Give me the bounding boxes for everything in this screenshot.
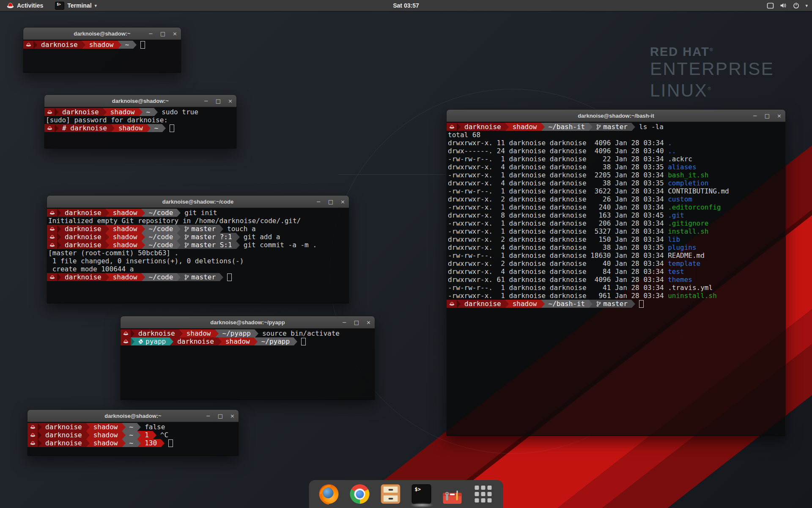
prompt-segment-text: shadow bbox=[93, 439, 118, 447]
minimize-button[interactable]: − bbox=[753, 113, 757, 119]
powerline-arrow bbox=[86, 423, 90, 431]
maximize-button[interactable]: □ bbox=[218, 413, 223, 419]
toolbox-icon[interactable] bbox=[443, 484, 462, 504]
terminal-window-bashit[interactable]: darknoise@shadow:~/bash-it − □ × darknoi… bbox=[446, 109, 786, 436]
prompt-segment-text: darknoise bbox=[65, 241, 102, 249]
prompt-segment-text: shadow bbox=[93, 431, 118, 439]
prompt-segment-path: ~ bbox=[126, 423, 137, 431]
clock-label[interactable]: Sat 03:57 bbox=[393, 2, 419, 9]
prompt-segment-text: ~/code bbox=[149, 225, 173, 233]
terminal-window-sudo[interactable]: darknoise@shadow:~ − □ × darknoiseshadow… bbox=[44, 94, 237, 148]
firefox-icon[interactable] bbox=[319, 484, 339, 504]
terminal-line: darknoiseshadow~/pyappsource bin/activat… bbox=[121, 329, 375, 337]
close-button[interactable]: × bbox=[366, 320, 371, 325]
prompt-segment-git: master bbox=[593, 123, 631, 131]
chrome-icon[interactable] bbox=[350, 484, 370, 504]
window-titlebar[interactable]: darknoise@shadow:~/code − □ × bbox=[47, 196, 349, 208]
terminal-line: total 68 bbox=[447, 131, 785, 139]
file-name: . bbox=[668, 139, 672, 147]
terminal-content[interactable]: darknoiseshadow~/bash-itmasterls -latota… bbox=[447, 122, 785, 436]
file-name: aliases bbox=[668, 163, 696, 171]
window-titlebar[interactable]: darknoise@shadow:~/bash-it − □ × bbox=[447, 110, 785, 122]
powerline-arrow bbox=[122, 423, 126, 431]
powerline-arrow bbox=[505, 300, 509, 308]
prompt-segment-text: darknoise bbox=[65, 209, 102, 217]
window-titlebar[interactable]: darknoise@shadow:~ − □ × bbox=[27, 410, 239, 422]
maximize-button[interactable]: □ bbox=[216, 98, 221, 104]
powerline-arrow bbox=[631, 123, 635, 131]
prompt-segment-git: master bbox=[181, 273, 219, 281]
close-button[interactable]: × bbox=[340, 199, 345, 204]
powerline-arrow bbox=[170, 337, 173, 345]
git-branch-icon bbox=[596, 301, 601, 307]
terminal-content[interactable]: darknoiseshadow~sudo true[sudo] password… bbox=[44, 107, 236, 149]
window-titlebar[interactable]: darknoise@shadow:~/pyapp − □ × bbox=[121, 316, 375, 329]
terminal-content[interactable]: darknoiseshadow~ bbox=[23, 40, 181, 73]
terminal-window-home-1[interactable]: darknoise@shadow:~ − □ × darknoiseshadow… bbox=[23, 27, 181, 72]
prompt-segment-host: shadow bbox=[109, 233, 141, 241]
prompt-segment-text: shadow bbox=[110, 108, 135, 116]
file-name: themes bbox=[668, 276, 692, 284]
redhat-icon bbox=[123, 331, 129, 336]
app-menu-terminal[interactable]: $> Terminal ▾ bbox=[51, 0, 101, 11]
file-name: custom bbox=[668, 195, 692, 203]
prompt-segment-icon bbox=[27, 431, 38, 439]
prompt-segment-icon bbox=[447, 123, 457, 131]
minimize-button[interactable]: − bbox=[148, 31, 153, 36]
maximize-button[interactable]: □ bbox=[328, 199, 333, 204]
files-icon[interactable] bbox=[381, 484, 401, 504]
maximize-button[interactable]: □ bbox=[160, 31, 165, 36]
prompt-segment-text: ~ bbox=[129, 439, 134, 447]
powerline-arrow bbox=[105, 209, 109, 217]
terminal-icon[interactable]: $> bbox=[412, 484, 431, 504]
terminal-line: drwxrwxr-x. 2 darknoise darknoise 40 Jan… bbox=[447, 260, 785, 268]
prompt-segment-icon bbox=[121, 329, 131, 337]
terminal-window-code[interactable]: darknoise@shadow:~/code − □ × darknoises… bbox=[47, 195, 349, 303]
system-tray[interactable]: ▾ bbox=[767, 0, 808, 11]
powerline-arrow bbox=[219, 225, 223, 233]
minimize-button[interactable]: − bbox=[316, 199, 321, 204]
command-text: ls -la bbox=[639, 123, 664, 131]
powerline-arrow bbox=[179, 329, 183, 337]
terminal-content[interactable]: darknoiseshadow~/pyappsource bin/activat… bbox=[121, 329, 375, 400]
terminal-line: darknoiseshadow~sudo true bbox=[44, 108, 236, 116]
maximize-button[interactable]: □ bbox=[354, 320, 359, 325]
minimize-button[interactable]: − bbox=[206, 413, 211, 419]
activities-button[interactable]: Activities bbox=[3, 0, 47, 11]
app-grid-icon[interactable] bbox=[474, 484, 493, 504]
close-button[interactable]: × bbox=[777, 113, 782, 119]
close-button[interactable]: × bbox=[230, 413, 235, 419]
caret-down-icon: ▾ bbox=[805, 3, 808, 8]
close-button[interactable]: × bbox=[228, 98, 233, 104]
prompt-segment-icon bbox=[47, 209, 57, 217]
prompt-segment-text: 130 bbox=[145, 439, 157, 447]
redhat-icon bbox=[49, 210, 55, 215]
window-titlebar[interactable]: darknoise@shadow:~ − □ × bbox=[23, 28, 181, 40]
prompt-segment-exit: 130 bbox=[141, 439, 161, 447]
prompt-segment-path: ~ bbox=[126, 439, 137, 447]
prompt-segment-text: ~/code bbox=[149, 209, 173, 217]
redhat-icon bbox=[30, 433, 36, 437]
prompt-segment-text: ~/bash-it bbox=[549, 300, 585, 308]
maximize-button[interactable]: □ bbox=[765, 113, 770, 119]
minimize-button[interactable]: − bbox=[204, 98, 208, 104]
terminal-line: 1 file changed, 0 insertions(+), 0 delet… bbox=[47, 257, 349, 265]
terminal-line: darknoiseshadow~/bash-itmasterls -la bbox=[447, 123, 785, 131]
powerline-arrow bbox=[38, 439, 41, 447]
prompt-segment-text: ~ bbox=[129, 423, 134, 431]
prompt-segment-icon bbox=[121, 337, 131, 345]
prompt-segment-path: ~/code bbox=[145, 209, 177, 217]
terminal-content[interactable]: darknoiseshadow~/codegit initInitialized… bbox=[47, 208, 349, 304]
terminal-window-pyapp[interactable]: darknoise@shadow:~/pyapp − □ × darknoise… bbox=[120, 316, 375, 400]
prompt-segment-git: master bbox=[181, 225, 219, 233]
window-titlebar[interactable]: darknoise@shadow:~ − □ × bbox=[44, 95, 236, 107]
terminal-content[interactable]: darknoiseshadow~falsedarknoiseshadow~1^C… bbox=[27, 422, 239, 456]
caret-down-icon: ▾ bbox=[95, 3, 97, 8]
prompt-segment-text: shadow bbox=[93, 423, 118, 431]
prompt-segment-path: ~/pyapp bbox=[258, 337, 294, 345]
redhat-icon bbox=[47, 126, 52, 130]
terminal-window-exit-codes[interactable]: darknoise@shadow:~ − □ × darknoiseshadow… bbox=[27, 409, 239, 456]
minimize-button[interactable]: − bbox=[342, 320, 347, 325]
close-button[interactable]: × bbox=[173, 31, 177, 36]
terminal-line: darknoiseshadow~/codemaster ?:1git add a bbox=[47, 233, 349, 241]
